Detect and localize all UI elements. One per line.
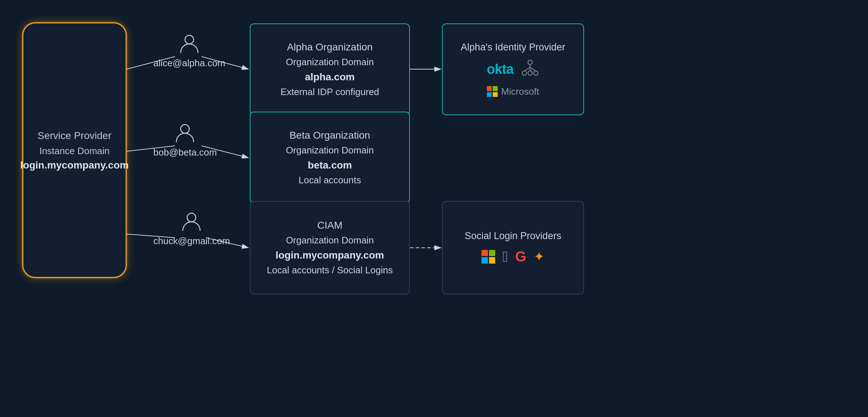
instance-domain-value: login.mycompany.com bbox=[20, 160, 128, 171]
google-icon: G bbox=[515, 248, 526, 265]
user-icon-bob bbox=[173, 121, 196, 145]
ldap-tree-icon bbox=[521, 59, 539, 80]
ciam-org-domain-label: Organization Domain bbox=[286, 235, 374, 246]
svg-line-10 bbox=[530, 67, 536, 71]
user-alice: alice@alpha.com bbox=[153, 32, 225, 69]
apple-icon:  bbox=[502, 248, 508, 265]
phone-box: Service Provider Instance Domain login.m… bbox=[22, 22, 127, 278]
svg-line-8 bbox=[524, 67, 530, 71]
alice-email: alice@alpha.com bbox=[153, 58, 225, 69]
magic-icon: ✦ bbox=[534, 249, 544, 264]
svg-point-5 bbox=[528, 71, 532, 75]
svg-point-0 bbox=[185, 35, 194, 44]
beta-org-title: Beta Organization bbox=[289, 130, 370, 141]
alpha-idp-box: Alpha's Identity Provider okta bbox=[442, 23, 584, 115]
okta-logo: okta bbox=[487, 62, 513, 77]
microsoft-logo: Microsoft bbox=[487, 86, 539, 97]
social-icons-row:  G ✦ bbox=[482, 248, 544, 265]
alpha-org-domain-value: alpha.com bbox=[305, 71, 354, 83]
svg-point-1 bbox=[181, 125, 189, 133]
service-provider-label: Service Provider bbox=[37, 129, 111, 142]
alpha-org-sub: External IDP configured bbox=[280, 86, 379, 98]
svg-point-6 bbox=[534, 71, 538, 75]
ciam-org-sub: Local accounts / Social Logins bbox=[267, 265, 393, 276]
chuck-email: chuck@gmail.com bbox=[153, 236, 230, 247]
social-login-title: Social Login Providers bbox=[465, 230, 561, 242]
beta-org-box: Beta Organization Organization Domain be… bbox=[250, 112, 410, 203]
instance-domain-label: Instance Domain bbox=[39, 145, 109, 157]
alpha-idp-title: Alpha's Identity Provider bbox=[461, 42, 565, 53]
alpha-org-title: Alpha Organization bbox=[287, 41, 372, 53]
microsoft-label: Microsoft bbox=[501, 86, 539, 97]
user-icon-chuck bbox=[180, 210, 203, 234]
windows-icon bbox=[482, 250, 495, 264]
diagram-container: Service Provider Instance Domain login.m… bbox=[0, 0, 868, 417]
ciam-org-domain-value: login.mycompany.com bbox=[276, 250, 384, 261]
ciam-org-title: CIAM bbox=[317, 220, 343, 231]
user-bob: bob@beta.com bbox=[153, 121, 217, 158]
svg-point-3 bbox=[528, 60, 532, 64]
bob-email: bob@beta.com bbox=[153, 147, 217, 158]
ms-grid-icon bbox=[487, 86, 498, 97]
arrows-overlay bbox=[0, 0, 868, 417]
social-login-box: Social Login Providers  G ✦ bbox=[442, 201, 584, 295]
alpha-org-box: Alpha Organization Organization Domain a… bbox=[250, 23, 410, 115]
svg-point-2 bbox=[187, 213, 196, 222]
beta-org-sub: Local accounts bbox=[299, 175, 361, 186]
beta-org-domain-label: Organization Domain bbox=[286, 145, 374, 156]
svg-point-4 bbox=[522, 71, 526, 75]
beta-org-domain-value: beta.com bbox=[308, 160, 352, 171]
alpha-idp-icons: okta bbox=[487, 59, 539, 80]
alpha-org-domain-label: Organization Domain bbox=[286, 57, 374, 68]
ciam-org-box: CIAM Organization Domain login.mycompany… bbox=[250, 201, 410, 295]
user-chuck: chuck@gmail.com bbox=[153, 210, 230, 247]
user-icon-alice bbox=[178, 32, 201, 56]
